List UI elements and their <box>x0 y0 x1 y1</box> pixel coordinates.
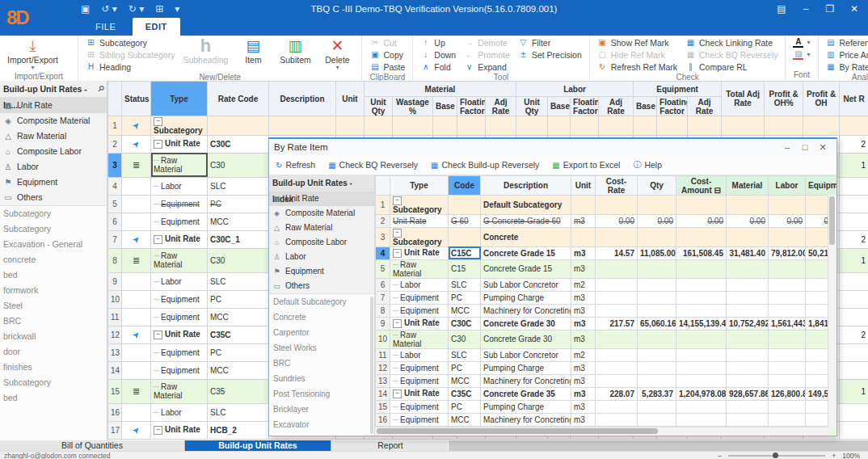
cell-desc[interactable]: Concrete <box>481 227 571 246</box>
cell-net-rate[interactable]: 2 <box>840 230 868 248</box>
cell-type[interactable]: ─Equipment <box>390 361 449 374</box>
cell-empty[interactable] <box>516 116 548 136</box>
cell-empty[interactable] <box>393 116 433 136</box>
cell-type[interactable]: −Unit Rate <box>390 387 449 400</box>
redo-icon[interactable]: ↻ ▾ <box>129 2 144 16</box>
cell-empty[interactable] <box>548 116 571 136</box>
col-header-base[interactable]: Base <box>433 97 457 116</box>
cell-cost-rate[interactable] <box>596 413 638 426</box>
sidebar-item-labor[interactable]: ♙Labor <box>0 159 107 175</box>
cell-rate-code[interactable]: MCC <box>208 213 269 230</box>
cell-net-rate[interactable] <box>840 272 868 290</box>
cell-cost-rate[interactable] <box>596 374 638 387</box>
row-number[interactable]: 17 <box>108 421 122 439</box>
refresh-button[interactable]: ↻Refresh <box>276 160 315 170</box>
cell-cost-amount[interactable] <box>676 278 727 291</box>
cell-unit[interactable]: m3 <box>571 413 596 426</box>
status-cell[interactable] <box>122 177 151 195</box>
cell-empty[interactable] <box>364 116 393 136</box>
row-number[interactable]: 10 <box>376 330 390 348</box>
row-number[interactable]: 15 <box>376 400 390 413</box>
cell-cost-amount[interactable] <box>676 374 727 387</box>
cell-empty[interactable] <box>765 116 803 136</box>
cell-code[interactable]: PC <box>449 291 481 304</box>
cell-type[interactable]: ─Labor <box>151 177 208 195</box>
cell-cost-amount[interactable] <box>676 361 727 374</box>
cell-empty[interactable] <box>634 116 657 136</box>
cell-cost-amount[interactable] <box>676 227 727 246</box>
cell-type[interactable]: −Unit Rate <box>390 246 449 259</box>
cell-material[interactable] <box>727 400 769 413</box>
cell-desc[interactable]: Machinery for Concreting <box>481 413 571 426</box>
collapse-icon[interactable]: − <box>154 140 162 149</box>
cell-material[interactable]: 31,481.40 <box>727 246 769 259</box>
row-number[interactable]: 5 <box>376 259 390 278</box>
cell-code[interactable]: PC <box>449 400 481 413</box>
cell-material[interactable] <box>727 278 769 291</box>
cell-empty[interactable] <box>599 116 634 136</box>
cell-cost-rate[interactable]: 0.00 <box>596 214 638 227</box>
row-number[interactable]: 4 <box>376 246 390 259</box>
cell-net-rate[interactable] <box>840 361 868 379</box>
copy-button[interactable]: ▣Copy <box>368 48 407 61</box>
cell-type[interactable]: ─Equipment <box>151 290 208 308</box>
status-cell[interactable]: ≣ <box>122 379 151 403</box>
cell-type[interactable]: −Unit Rate <box>151 230 208 248</box>
subcategory-button[interactable]: ⊞Subcategory <box>84 36 176 48</box>
cell-labor[interactable]: 1,561,443.89 <box>769 317 806 330</box>
export-to-excel-button[interactable]: ▦Export to Excel <box>552 160 620 170</box>
sidebar-item-door[interactable]: door <box>0 344 107 360</box>
col-header-corner[interactable] <box>376 176 390 196</box>
cell-type[interactable]: −Unit Rate <box>151 421 208 439</box>
cell-qty[interactable]: 11,085.00 <box>638 246 676 259</box>
cell-code[interactable]: C30 <box>449 330 481 348</box>
row-number[interactable]: 2 <box>376 214 390 227</box>
cell-empty[interactable] <box>486 116 516 136</box>
status-cell[interactable]: ➤ <box>122 116 151 136</box>
col-header-adj-rate[interactable]: Adj Rate <box>486 97 516 116</box>
cell-desc[interactable]: Pumping Charge <box>481 400 571 413</box>
dialog-horizontal-scrollbar[interactable] <box>375 427 828 436</box>
sidebar-item-brickwall[interactable]: brickwall <box>0 329 107 344</box>
tab-edit[interactable]: EDIT <box>133 18 180 36</box>
cell-type[interactable]: −Subcategory <box>151 116 208 136</box>
cell-type[interactable]: ─Raw Material <box>151 379 208 403</box>
cell-unit[interactable]: m3 <box>571 291 596 304</box>
cell-qty[interactable] <box>638 348 676 361</box>
cell-labor[interactable] <box>769 227 806 246</box>
cell-qty[interactable] <box>638 361 676 374</box>
col-header-total-adj-rate[interactable]: Total Adj Rate <box>722 82 765 116</box>
cell-type[interactable]: ─Equipment <box>390 400 449 413</box>
col-header-profit-oh[interactable]: Profit & OH% <box>765 82 803 116</box>
cell-cost-rate[interactable] <box>596 304 638 317</box>
row-number[interactable]: 6 <box>376 278 390 291</box>
cell-type[interactable]: −Unit Rate <box>390 317 449 330</box>
cell-labor[interactable] <box>769 291 806 304</box>
cell-type[interactable]: ─Equipment <box>151 343 208 361</box>
refresh-ref-mark-button[interactable]: ↻Refresh Ref Mark <box>596 61 679 73</box>
sidebar-item-brc[interactable]: BRC <box>0 314 107 329</box>
cell-cost-amount[interactable]: 14,155,139.47 <box>676 317 727 330</box>
index-category-carpentor[interactable]: Carpentor <box>269 325 374 340</box>
cell-empty[interactable] <box>457 116 486 136</box>
cell-net-rate[interactable] <box>840 213 868 230</box>
check-bq-reversely-button[interactable]: ▦Check BQ Reversely <box>328 160 418 170</box>
cell-code[interactable]: SLC <box>449 348 481 361</box>
row-number[interactable]: 7 <box>376 291 390 304</box>
cell-labor[interactable] <box>769 348 806 361</box>
cell-rate-code[interactable]: SLC <box>208 177 269 195</box>
row-number[interactable]: 12 <box>376 361 390 374</box>
cell-rate-code[interactable]: C30 <box>208 248 269 272</box>
scrollbar-thumb[interactable] <box>829 196 835 245</box>
cell-labor[interactable] <box>769 259 806 278</box>
cell-net-rate[interactable] <box>840 343 868 361</box>
cell-code[interactable] <box>449 196 481 215</box>
cell-qty[interactable] <box>638 330 676 348</box>
cell-cost-rate[interactable] <box>596 259 638 278</box>
subitem-button[interactable]: ▥Subitem <box>276 36 314 72</box>
status-cell[interactable] <box>122 195 151 213</box>
col-header-description[interactable]: Description <box>481 176 571 196</box>
row-number[interactable]: 15 <box>108 379 122 403</box>
sidebar-item-bed[interactable]: bed <box>0 390 107 406</box>
col-header-labor[interactable]: Labor <box>769 176 806 196</box>
